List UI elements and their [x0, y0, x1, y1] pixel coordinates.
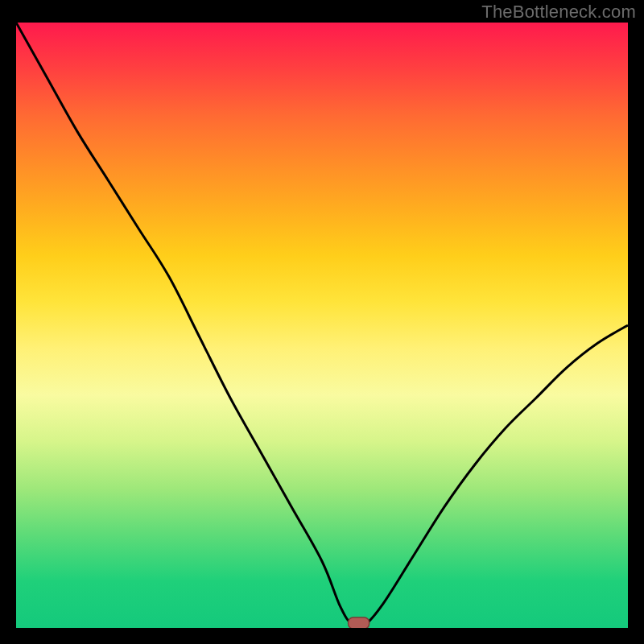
optimal-point-marker [349, 617, 369, 628]
bottleneck-chart [16, 23, 628, 628]
chart-container [16, 23, 628, 628]
watermark-label: TheBottleneck.com [481, 2, 636, 23]
app-frame: TheBottleneck.com [0, 0, 644, 644]
chart-background [16, 23, 628, 628]
